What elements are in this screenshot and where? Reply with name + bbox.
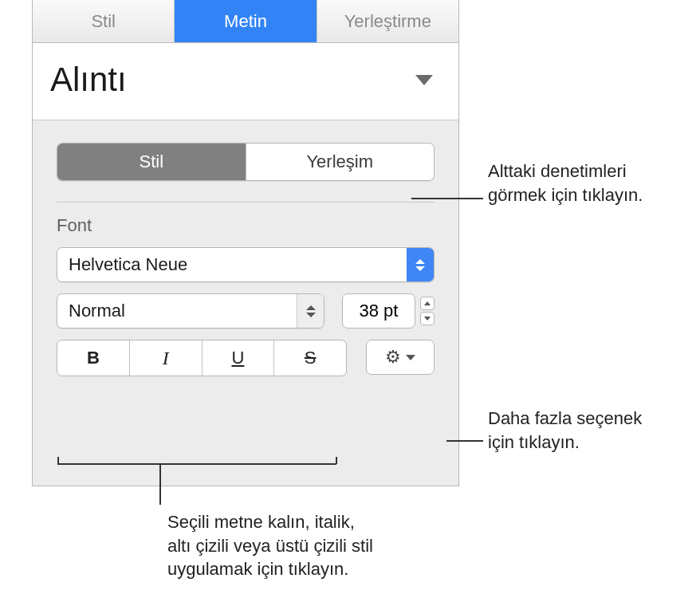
- callout-leader: [57, 463, 336, 465]
- popup-arrows-icon: [407, 248, 434, 281]
- paragraph-style-label: Alıntı: [50, 61, 127, 99]
- callout-leader: [336, 457, 337, 464]
- bius-group: B I U S: [57, 340, 347, 376]
- font-size-value: 38 pt: [360, 301, 399, 321]
- tab-placement[interactable]: Yerleştirme: [317, 0, 458, 42]
- callout-leader: [446, 440, 483, 442]
- seg-layout[interactable]: Yerleşim: [246, 144, 435, 180]
- callout-leader: [57, 457, 59, 464]
- divider: [57, 202, 435, 203]
- callout-leader: [159, 463, 161, 505]
- gear-icon: ⚙: [385, 347, 401, 368]
- underline-button[interactable]: U: [202, 340, 274, 376]
- popup-arrows-icon: [297, 294, 324, 328]
- bold-button[interactable]: B: [57, 340, 129, 376]
- tab-text[interactable]: Metin: [175, 0, 317, 42]
- font-style-value: Normal: [57, 301, 297, 321]
- style-layout-segmented: Stil Yerleşim: [57, 143, 435, 181]
- font-size-stepper: [420, 293, 435, 329]
- callout-leader: [411, 198, 483, 199]
- font-family-popup[interactable]: Helvetica Neue: [57, 247, 435, 282]
- font-size-field[interactable]: 38 pt: [342, 293, 415, 329]
- callout-gear: Daha fazla seçenek için tıklayın.: [488, 407, 642, 454]
- chevron-down-icon: [415, 75, 433, 85]
- tab-style[interactable]: Stil: [33, 0, 175, 42]
- italic-button[interactable]: I: [129, 340, 202, 376]
- panel-body: Stil Yerleşim Font Helvetica Neue Normal…: [33, 120, 458, 376]
- font-section-label: Font: [57, 215, 435, 236]
- callout-segmented: Alttaki denetimleri görmek için tıklayın…: [488, 159, 643, 207]
- strikethrough-button[interactable]: S: [273, 340, 346, 376]
- stepper-down[interactable]: [420, 312, 435, 325]
- paragraph-style-popup[interactable]: Alıntı: [33, 43, 458, 120]
- callout-bius: Seçili metne kalın, italik, altı çizili …: [167, 510, 373, 581]
- font-family-value: Helvetica Neue: [57, 254, 407, 275]
- chevron-down-icon: [406, 355, 415, 360]
- font-style-popup[interactable]: Normal: [57, 293, 324, 329]
- seg-style[interactable]: Stil: [57, 144, 246, 180]
- top-tabs: Stil Metin Yerleştirme: [33, 0, 458, 43]
- stepper-up[interactable]: [420, 297, 435, 310]
- advanced-options-button[interactable]: ⚙: [366, 340, 435, 375]
- format-panel: Stil Metin Yerleştirme Alıntı Stil Yerle…: [32, 0, 459, 486]
